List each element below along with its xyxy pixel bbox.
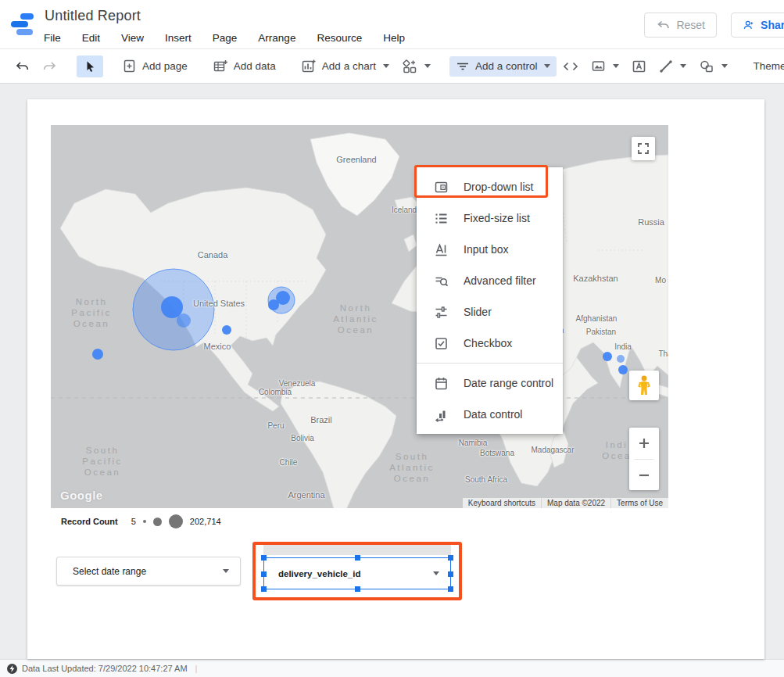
google-logo[interactable]: Google bbox=[60, 489, 103, 502]
status-bar: Data Last Updated: 7/29/2022 10:47:27 AM… bbox=[0, 659, 784, 677]
embed-url-button[interactable] bbox=[557, 56, 585, 77]
add-line-button[interactable] bbox=[653, 56, 693, 77]
fullscreen-button[interactable] bbox=[632, 137, 655, 160]
community-visualizations-button[interactable] bbox=[396, 55, 437, 78]
date-range-control[interactable]: Select date range bbox=[56, 557, 241, 586]
map-label: United States bbox=[193, 299, 245, 308]
map-label: Madagascar bbox=[531, 446, 574, 454]
menu-edit[interactable]: Edit bbox=[82, 32, 100, 44]
chevron-down-icon bbox=[721, 64, 728, 68]
slider-icon bbox=[434, 305, 449, 320]
checkbox-icon bbox=[434, 336, 449, 351]
map-label: Kazakhstan bbox=[573, 274, 618, 283]
add-page-button[interactable]: Add page bbox=[116, 55, 194, 77]
resize-handle[interactable] bbox=[448, 555, 453, 561]
add-chart-button[interactable]: Add a chart bbox=[295, 55, 396, 77]
menu-item-advanced-filter[interactable]: Advanced filter bbox=[417, 265, 563, 296]
report-page[interactable]: GreenlandIcelandCanadaUnited StatesMexic… bbox=[27, 99, 764, 659]
menu-view[interactable]: View bbox=[121, 32, 144, 44]
data-freshness-icon[interactable] bbox=[7, 664, 17, 674]
resize-handle[interactable] bbox=[261, 571, 267, 577]
menu-bar: File Edit View Insert Page Arrange Resou… bbox=[44, 32, 405, 44]
data-studio-logo[interactable] bbox=[11, 13, 34, 36]
code-icon bbox=[563, 60, 578, 73]
map-label: Afghanistan bbox=[576, 314, 618, 323]
select-mode-button[interactable] bbox=[77, 56, 103, 77]
map-label: Canada bbox=[198, 250, 228, 260]
share-button[interactable]: Share bbox=[731, 13, 784, 38]
zoom-in-button[interactable] bbox=[629, 428, 659, 459]
menu-resource[interactable]: Resource bbox=[317, 32, 362, 44]
resize-handle[interactable] bbox=[448, 571, 453, 577]
chevron-down-icon bbox=[680, 64, 686, 68]
menu-arrange[interactable]: Arrange bbox=[258, 32, 295, 44]
map-label: Pakistan bbox=[586, 328, 616, 336]
menu-help[interactable]: Help bbox=[383, 32, 405, 44]
menu-item-dropdown-list[interactable]: Drop-down list bbox=[417, 171, 563, 202]
advanced-filter-icon bbox=[434, 274, 449, 288]
resize-handle[interactable] bbox=[448, 586, 453, 592]
input-box-icon bbox=[434, 242, 449, 257]
undo-button[interactable] bbox=[8, 55, 36, 78]
map-label: Mexico bbox=[204, 342, 231, 351]
redo-button[interactable] bbox=[36, 55, 64, 78]
chevron-down-icon bbox=[613, 64, 619, 68]
report-title[interactable]: Untitled Report bbox=[45, 8, 141, 24]
pegman-streetview-button[interactable] bbox=[629, 371, 659, 400]
menu-item-checkbox[interactable]: Checkbox bbox=[417, 328, 563, 359]
plus-icon bbox=[638, 437, 650, 450]
chevron-down-icon bbox=[424, 64, 431, 68]
menu-insert[interactable]: Insert bbox=[165, 32, 192, 44]
theme-and-layout-button[interactable]: Theme and layout bbox=[746, 56, 784, 76]
chevron-down-icon bbox=[433, 571, 439, 575]
map-label: Mo bbox=[655, 276, 666, 285]
vehicle-id-dropdown-control[interactable]: delivery_vehicle_id bbox=[263, 557, 451, 589]
map-label: North Atlantic Ocean bbox=[333, 303, 378, 335]
control-drag-bar[interactable] bbox=[263, 545, 451, 555]
add-a-control-button[interactable]: Add a control bbox=[449, 56, 557, 77]
menu-page[interactable]: Page bbox=[213, 32, 238, 44]
menu-item-fixed-size-list[interactable]: Fixed-size list bbox=[417, 202, 563, 234]
resize-handle[interactable] bbox=[261, 555, 267, 561]
add-data-button[interactable]: Add data bbox=[206, 55, 282, 77]
legend-dot-large bbox=[169, 514, 183, 528]
bubble-map-chart[interactable]: GreenlandIcelandCanadaUnited StatesMexic… bbox=[51, 125, 668, 508]
map-label: Greenland bbox=[336, 155, 376, 164]
text-box-icon bbox=[632, 59, 646, 73]
map-attribution: Keyboard shortcuts Map data ©2022 Terms … bbox=[463, 498, 668, 508]
map-label: South Africa bbox=[465, 475, 507, 484]
line-icon bbox=[659, 59, 673, 73]
undo-icon bbox=[14, 59, 30, 74]
legend-max-value: 202,714 bbox=[190, 517, 221, 526]
menu-item-data-control[interactable]: Data control bbox=[417, 399, 563, 430]
chevron-down-icon bbox=[383, 64, 389, 68]
legend-title: Record Count bbox=[61, 517, 118, 526]
map-data-copyright: Map data ©2022 bbox=[541, 498, 610, 508]
map-zoom-control bbox=[629, 428, 659, 490]
community-viz-icon bbox=[402, 59, 417, 74]
map-label: Russia bbox=[638, 217, 664, 227]
add-data-icon bbox=[213, 59, 228, 73]
map-label: South Atlantic Ocean bbox=[389, 451, 435, 484]
fullscreen-icon bbox=[637, 142, 650, 155]
cursor-icon bbox=[83, 59, 97, 73]
resize-handle[interactable] bbox=[355, 555, 360, 561]
resize-handle[interactable] bbox=[261, 586, 267, 592]
terms-of-use-link[interactable]: Terms of Use bbox=[610, 498, 668, 508]
reset-button[interactable]: Reset bbox=[644, 13, 717, 38]
report-canvas: GreenlandIcelandCanadaUnited StatesMexic… bbox=[0, 84, 784, 659]
add-shape-button[interactable] bbox=[693, 56, 734, 77]
map-label: Chile bbox=[280, 458, 298, 467]
map-label: Namibia bbox=[459, 439, 488, 447]
menu-item-date-range-control[interactable]: Date range control bbox=[417, 367, 563, 399]
person-add-icon bbox=[743, 18, 754, 32]
keyboard-shortcuts-link[interactable]: Keyboard shortcuts bbox=[463, 498, 541, 508]
menu-file[interactable]: File bbox=[44, 32, 61, 44]
map-label: Colombia bbox=[259, 388, 292, 396]
menu-item-slider[interactable]: Slider bbox=[417, 296, 563, 328]
resize-handle[interactable] bbox=[355, 586, 360, 592]
menu-item-input-box[interactable]: Input box bbox=[417, 234, 563, 265]
add-text-button[interactable] bbox=[625, 56, 653, 77]
zoom-out-button[interactable] bbox=[629, 460, 659, 491]
add-image-button[interactable] bbox=[585, 56, 625, 77]
